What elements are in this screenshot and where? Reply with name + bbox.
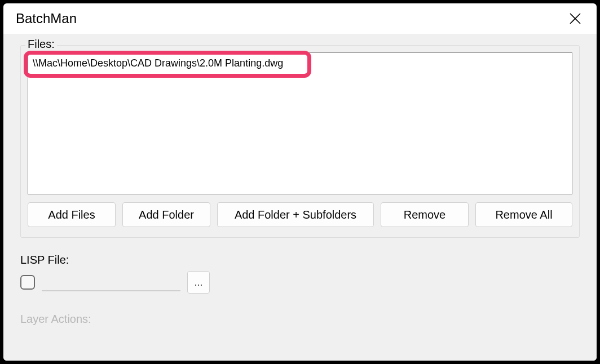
close-icon (568, 12, 582, 25)
lisp-section: LISP File: ... (20, 254, 580, 294)
lisp-file-input[interactable] (42, 273, 180, 291)
lisp-file-label: LISP File: (20, 254, 580, 267)
files-group: Files: \\Mac\Home\Desktop\CAD Drawings\2… (20, 45, 580, 238)
lisp-browse-button[interactable]: ... (187, 271, 210, 294)
titlebar: BatchMan (3, 3, 597, 34)
layer-actions-label: Layer Actions: (20, 313, 580, 326)
close-button[interactable] (567, 11, 583, 26)
lisp-row: ... (20, 271, 580, 294)
remove-all-button[interactable]: Remove All (475, 202, 572, 227)
add-files-button[interactable]: Add Files (28, 202, 116, 227)
dialog-content: Files: \\Mac\Home\Desktop\CAD Drawings\2… (3, 34, 597, 361)
file-item[interactable]: \\Mac\Home\Desktop\CAD Drawings\2.0M Pla… (28, 53, 572, 69)
window-title: BatchMan (16, 11, 77, 26)
add-folder-button[interactable]: Add Folder (122, 202, 210, 227)
files-list[interactable]: \\Mac\Home\Desktop\CAD Drawings\2.0M Pla… (28, 52, 572, 194)
files-button-row: Add Files Add Folder Add Folder + Subfol… (28, 202, 572, 227)
add-folder-subfolders-button[interactable]: Add Folder + Subfolders (217, 202, 374, 227)
lisp-enable-checkbox[interactable] (20, 275, 35, 290)
dialog-window: BatchMan Files: \\Mac\Home\Desktop\CAD D… (3, 3, 597, 361)
files-label: Files: (25, 38, 57, 51)
remove-button[interactable]: Remove (381, 202, 469, 227)
